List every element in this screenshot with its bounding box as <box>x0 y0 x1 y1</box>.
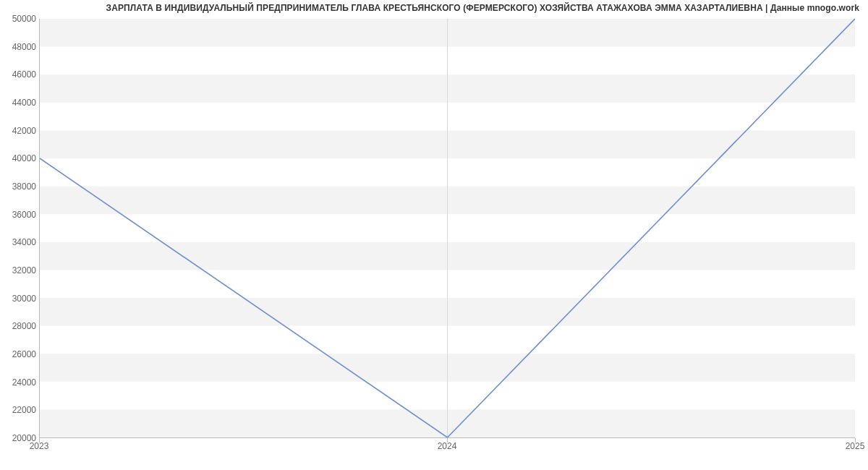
y-tick-label: 48000 <box>3 42 36 52</box>
y-tick-label: 38000 <box>3 181 36 192</box>
y-tick-label: 46000 <box>3 69 36 80</box>
plot-area <box>39 19 855 438</box>
y-tick-label: 30000 <box>3 294 36 304</box>
chart-svg <box>40 19 855 437</box>
y-tick-label: 40000 <box>3 153 36 163</box>
y-tick-label: 50000 <box>3 14 36 24</box>
chart-title: ЗАРПЛАТА В ИНДИВИДУАЛЬНЫЙ ПРЕДПРИНИМАТЕЛ… <box>106 3 859 13</box>
y-tick-label: 22000 <box>3 405 36 415</box>
y-tick-label: 44000 <box>3 98 36 108</box>
y-tick-label: 32000 <box>3 265 36 275</box>
y-tick-label: 24000 <box>3 377 36 388</box>
y-tick-label: 26000 <box>3 349 36 359</box>
x-tick-label: 2024 <box>438 441 457 451</box>
x-tick-label: 2025 <box>846 441 865 451</box>
y-tick-label: 36000 <box>3 210 36 220</box>
x-tick-mark <box>447 438 448 443</box>
y-tick-label: 42000 <box>3 126 36 136</box>
x-tick-mark <box>39 438 40 443</box>
x-tick-label: 2023 <box>30 441 49 451</box>
y-tick-label: 28000 <box>3 321 36 331</box>
x-tick-mark <box>855 438 856 443</box>
y-tick-label: 34000 <box>3 237 36 247</box>
